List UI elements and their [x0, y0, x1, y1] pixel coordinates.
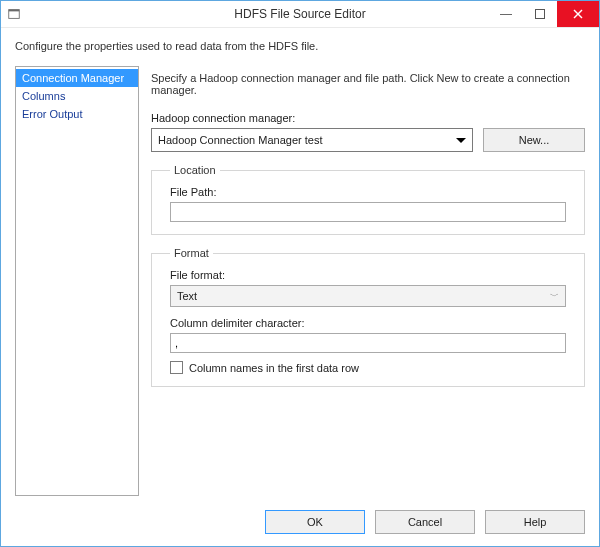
file-format-select[interactable]: Text ﹀ — [170, 285, 566, 307]
title-bar: HDFS File Source Editor — — [1, 1, 599, 28]
file-path-label: File Path: — [170, 186, 566, 198]
new-button-label: New... — [519, 134, 550, 146]
file-format-label: File format: — [170, 269, 566, 281]
new-button[interactable]: New... — [483, 128, 585, 152]
conn-manager-dropdown[interactable]: Hadoop Connection Manager test — [151, 128, 473, 152]
dialog-window: HDFS File Source Editor — Configure the … — [0, 0, 600, 547]
delimiter-label: Column delimiter character: — [170, 317, 566, 329]
file-format-value: Text — [177, 290, 550, 302]
conn-manager-value: Hadoop Connection Manager test — [158, 134, 456, 146]
checkbox-label: Column names in the first data row — [189, 362, 359, 374]
instruction-text: Specify a Hadoop connection manager and … — [151, 72, 585, 96]
conn-manager-label: Hadoop connection manager: — [151, 112, 585, 124]
help-button-label: Help — [524, 516, 547, 528]
cancel-button-label: Cancel — [408, 516, 442, 528]
ok-button-label: OK — [307, 516, 323, 528]
chevron-down-icon — [456, 138, 466, 143]
format-legend: Format — [170, 247, 213, 259]
main-panel: Specify a Hadoop connection manager and … — [151, 66, 585, 500]
location-group: Location File Path: — [151, 164, 585, 235]
dialog-footer: OK Cancel Help — [1, 500, 599, 546]
sidebar-item-label: Columns — [22, 90, 65, 102]
chevron-down-icon: ﹀ — [550, 290, 559, 303]
ok-button[interactable]: OK — [265, 510, 365, 534]
location-legend: Location — [170, 164, 220, 176]
window-title: HDFS File Source Editor — [1, 7, 599, 21]
first-row-checkbox[interactable]: Column names in the first data row — [170, 361, 566, 374]
help-button[interactable]: Help — [485, 510, 585, 534]
sidebar-item-label: Error Output — [22, 108, 83, 120]
format-group: Format File format: Text ﹀ Column delimi… — [151, 247, 585, 387]
checkbox-box — [170, 361, 183, 374]
dialog-body: Connection Manager Columns Error Output … — [1, 58, 599, 500]
dialog-description: Configure the properties used to read da… — [1, 28, 599, 58]
sidebar-item-label: Connection Manager — [22, 72, 124, 84]
delimiter-input[interactable] — [170, 333, 566, 353]
file-path-input[interactable] — [170, 202, 566, 222]
cancel-button[interactable]: Cancel — [375, 510, 475, 534]
sidebar-item-error-output[interactable]: Error Output — [16, 105, 138, 123]
sidebar-item-columns[interactable]: Columns — [16, 87, 138, 105]
page-list: Connection Manager Columns Error Output — [15, 66, 139, 496]
sidebar-item-connection-manager[interactable]: Connection Manager — [16, 69, 138, 87]
